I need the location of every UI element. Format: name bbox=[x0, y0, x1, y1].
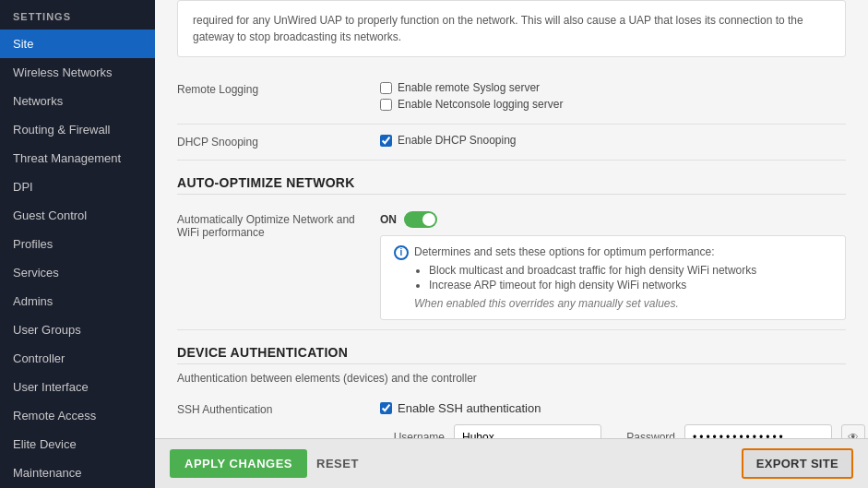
sidebar-item-controller[interactable]: Controller bbox=[0, 344, 155, 373]
sidebar-item-guest-control[interactable]: Guest Control bbox=[0, 201, 155, 230]
toggle-switch[interactable] bbox=[404, 211, 437, 228]
dhcp-snooping-row: DHCP Snooping Enable DHCP Snooping bbox=[177, 125, 846, 161]
sidebar-item-services[interactable]: Services bbox=[0, 258, 155, 287]
export-site-button[interactable]: EXPORT SITE bbox=[742, 448, 853, 479]
info-panel-text: Determines and sets these options for op… bbox=[414, 245, 715, 258]
info-item-1: Block multicast and broadcast traffic fo… bbox=[429, 264, 832, 277]
apply-changes-button[interactable]: APPLY CHANGES bbox=[170, 449, 307, 478]
auto-optimize-heading: AUTO-OPTIMIZE NETWORK bbox=[177, 175, 846, 190]
sidebar-item-admins[interactable]: Admins bbox=[0, 287, 155, 315]
syslog-row: Enable remote Syslog server bbox=[380, 81, 846, 94]
footer: APPLY CHANGES RESET EXPORT SITE bbox=[155, 438, 868, 488]
netconsole-label: Enable Netconsole logging server bbox=[398, 98, 563, 111]
show-password-button[interactable]: 👁 bbox=[841, 424, 865, 438]
username-label: Username bbox=[380, 431, 445, 438]
sidebar-title: SETTINGS bbox=[0, 0, 155, 30]
toggle-row: ON bbox=[380, 211, 846, 228]
remote-logging-label: Remote Logging bbox=[177, 81, 380, 96]
netconsole-checkbox[interactable] bbox=[380, 99, 392, 111]
info-panel-list: Block multicast and broadcast traffic fo… bbox=[429, 264, 832, 292]
dhcp-snooping-checkbox[interactable] bbox=[380, 135, 392, 147]
dhcp-snooping-control: Enable DHCP Snooping bbox=[380, 134, 846, 150]
sidebar-item-maintenance[interactable]: Maintenance bbox=[0, 458, 155, 487]
info-panel-header: i Determines and sets these options for … bbox=[394, 245, 832, 260]
sidebar-item-wireless-networks[interactable]: Wireless Networks bbox=[0, 58, 155, 87]
username-input[interactable] bbox=[454, 424, 601, 438]
netconsole-row: Enable Netconsole logging server bbox=[380, 98, 846, 111]
main-panel: required for any UnWired UAP to properly… bbox=[155, 0, 868, 488]
credentials-row: Username Password 👁 bbox=[380, 424, 865, 438]
auto-optimize-row: Automatically Optimize Network and WiFi … bbox=[177, 202, 846, 330]
info-icon: i bbox=[394, 245, 409, 260]
sidebar-item-profiles[interactable]: Profiles bbox=[0, 230, 155, 258]
info-box: required for any UnWired UAP to properly… bbox=[177, 0, 846, 57]
info-note: When enabled this overrides any manually… bbox=[414, 297, 832, 310]
sidebar-item-user-interface[interactable]: User Interface bbox=[0, 373, 155, 401]
remote-logging-control: Enable remote Syslog server Enable Netco… bbox=[380, 81, 846, 114]
sidebar-item-dpi[interactable]: DPI bbox=[0, 173, 155, 201]
ssh-auth-label: SSH Authentication bbox=[177, 401, 380, 416]
toggle-on-label: ON bbox=[380, 213, 397, 226]
device-auth-divider bbox=[177, 363, 846, 364]
ssh-checkbox-row: Enable SSH authentication bbox=[380, 401, 865, 415]
ssh-option-label: Enable SSH authentication bbox=[398, 401, 541, 415]
dhcp-snooping-option: Enable DHCP Snooping bbox=[398, 134, 517, 147]
toggle-slider bbox=[404, 211, 437, 228]
content-area: required for any UnWired UAP to properly… bbox=[155, 0, 868, 438]
sidebar-item-remote-access[interactable]: Remote Access bbox=[0, 401, 155, 430]
auto-optimize-divider bbox=[177, 194, 846, 195]
sidebar-item-elite-device[interactable]: Elite Device bbox=[0, 430, 155, 458]
dhcp-snooping-label: DHCP Snooping bbox=[177, 134, 380, 149]
footer-left: APPLY CHANGES RESET bbox=[170, 449, 359, 478]
sidebar-item-site[interactable]: Site bbox=[0, 30, 155, 58]
sidebar-item-user-groups[interactable]: User Groups bbox=[0, 315, 155, 344]
auto-optimize-label: Automatically Optimize Network and WiFi … bbox=[177, 211, 380, 239]
auto-optimize-info: i Determines and sets these options for … bbox=[380, 235, 846, 320]
ssh-auth-row: SSH Authentication Enable SSH authentica… bbox=[177, 392, 846, 438]
remote-logging-row: Remote Logging Enable remote Syslog serv… bbox=[177, 72, 846, 125]
dhcp-snooping-checkbox-row: Enable DHCP Snooping bbox=[380, 134, 846, 147]
auto-optimize-control: ON i Determines and sets these options f… bbox=[380, 211, 846, 320]
password-label: Password bbox=[611, 431, 675, 438]
device-auth-subtitle: Authentication between elements (devices… bbox=[177, 372, 846, 385]
sidebar-item-routing-firewall[interactable]: Routing & Firewall bbox=[0, 115, 155, 144]
ssh-checkbox[interactable] bbox=[380, 402, 392, 414]
ssh-auth-control: Enable SSH authentication Username Passw… bbox=[380, 401, 865, 438]
info-text: required for any UnWired UAP to properly… bbox=[193, 14, 803, 43]
syslog-label: Enable remote Syslog server bbox=[398, 81, 540, 94]
sidebar-item-threat-management[interactable]: Threat Management bbox=[0, 144, 155, 173]
reset-button[interactable]: RESET bbox=[316, 457, 359, 470]
syslog-checkbox[interactable] bbox=[380, 82, 392, 94]
sidebar-item-networks[interactable]: Networks bbox=[0, 87, 155, 115]
sidebar: SETTINGS Site Wireless Networks Networks… bbox=[0, 0, 155, 488]
password-input[interactable] bbox=[684, 424, 832, 438]
info-item-2: Increase ARP timeout for high density Wi… bbox=[429, 279, 832, 292]
device-auth-heading: DEVICE AUTHENTICATION bbox=[177, 345, 846, 360]
